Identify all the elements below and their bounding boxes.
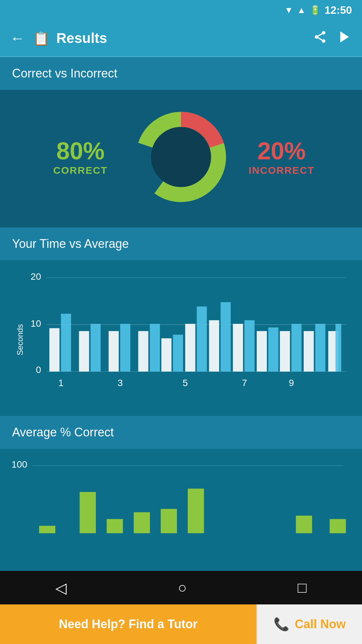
svg-rect-46 bbox=[39, 526, 55, 533]
svg-text:7: 7 bbox=[242, 378, 247, 388]
svg-rect-48 bbox=[107, 519, 123, 533]
time-vs-average-header: Your Time vs Average bbox=[0, 227, 362, 260]
donut-svg bbox=[127, 103, 235, 211]
svg-rect-25 bbox=[185, 324, 195, 372]
donut-chart bbox=[127, 103, 235, 211]
svg-text:10: 10 bbox=[31, 318, 41, 329]
app-bar-actions bbox=[313, 30, 352, 47]
nav-bar: ◁ ○ □ bbox=[0, 571, 362, 604]
incorrect-percent: 20% bbox=[248, 138, 315, 164]
svg-text:20: 20 bbox=[31, 271, 41, 282]
y-axis-label: Seconds bbox=[12, 270, 25, 409]
svg-rect-36 bbox=[315, 324, 325, 372]
back-button[interactable]: ← bbox=[10, 31, 25, 46]
nav-home-icon[interactable]: ○ bbox=[178, 579, 187, 596]
svg-point-2 bbox=[322, 39, 325, 43]
signal-icon: ▲ bbox=[297, 5, 306, 15]
svg-rect-24 bbox=[173, 335, 183, 372]
svg-rect-30 bbox=[244, 320, 254, 372]
svg-point-0 bbox=[322, 31, 325, 35]
svg-rect-21 bbox=[138, 331, 148, 372]
phone-icon: 📞 bbox=[274, 617, 289, 632]
avg-correct-section: 100 bbox=[0, 449, 362, 551]
svg-text:100: 100 bbox=[12, 459, 27, 470]
document-icon: 📋 bbox=[33, 31, 50, 46]
status-time: 12:50 bbox=[324, 4, 352, 16]
call-now-button[interactable]: 📞 Call Now bbox=[256, 604, 362, 644]
svg-text:5: 5 bbox=[183, 378, 188, 388]
svg-text:1: 1 bbox=[58, 378, 64, 388]
svg-rect-15 bbox=[49, 328, 59, 371]
incorrect-text: INCORRECT bbox=[248, 165, 315, 176]
status-icons: ▼ ▲ 🔋 12:50 bbox=[285, 4, 352, 16]
nav-recents-icon[interactable]: □ bbox=[298, 579, 307, 596]
correct-text: CORRECT bbox=[47, 165, 114, 176]
svg-rect-27 bbox=[209, 320, 219, 372]
correct-percent: 80% bbox=[47, 138, 114, 164]
avg-chart-svg: 100 bbox=[12, 459, 350, 547]
svg-text:3: 3 bbox=[118, 378, 123, 388]
time-chart-svg: 20 10 0 bbox=[25, 270, 350, 408]
call-now-label: Call Now bbox=[295, 617, 346, 631]
correct-label: 80% CORRECT bbox=[47, 138, 114, 176]
svg-rect-33 bbox=[280, 331, 290, 372]
svg-text:9: 9 bbox=[289, 378, 294, 388]
svg-rect-49 bbox=[134, 512, 150, 533]
svg-rect-50 bbox=[161, 509, 177, 533]
svg-rect-53 bbox=[330, 519, 346, 533]
svg-point-8 bbox=[151, 127, 211, 187]
find-tutor-button[interactable]: Need Help? Find a Tutor bbox=[0, 604, 256, 644]
svg-rect-52 bbox=[296, 516, 312, 533]
app-bar: ← 📋 Results bbox=[0, 20, 362, 57]
status-bar: ▼ ▲ 🔋 12:50 bbox=[0, 0, 362, 20]
time-chart-section: Seconds 20 10 0 bbox=[0, 260, 362, 416]
avg-correct-header: Average % Correct bbox=[0, 416, 362, 449]
svg-line-3 bbox=[318, 38, 322, 40]
svg-rect-28 bbox=[221, 302, 231, 372]
svg-rect-20 bbox=[120, 324, 130, 372]
svg-rect-34 bbox=[291, 324, 301, 372]
svg-rect-31 bbox=[257, 331, 267, 372]
svg-rect-22 bbox=[150, 324, 160, 372]
wifi-icon: ▼ bbox=[285, 5, 293, 15]
bar-chart-area: 20 10 0 bbox=[25, 270, 350, 409]
bar-chart-wrapper: Seconds 20 10 0 bbox=[12, 270, 350, 409]
svg-rect-32 bbox=[268, 327, 278, 371]
page-title: Results bbox=[56, 30, 313, 46]
svg-rect-38 bbox=[336, 324, 341, 372]
svg-rect-35 bbox=[304, 331, 314, 372]
svg-rect-19 bbox=[109, 331, 119, 372]
svg-rect-47 bbox=[80, 492, 96, 533]
svg-rect-51 bbox=[188, 488, 204, 533]
share-icon[interactable] bbox=[313, 30, 327, 47]
battery-icon: 🔋 bbox=[310, 5, 320, 15]
find-tutor-label: Need Help? Find a Tutor bbox=[59, 617, 197, 631]
svg-rect-17 bbox=[79, 331, 89, 372]
svg-rect-29 bbox=[233, 324, 243, 372]
donut-chart-section: 80% CORRECT 20% INCORRECT bbox=[0, 90, 362, 227]
svg-rect-26 bbox=[197, 307, 207, 372]
nav-back-icon[interactable]: ◁ bbox=[55, 579, 67, 596]
correct-vs-incorrect-header: Correct vs Incorrect bbox=[0, 57, 362, 90]
svg-text:0: 0 bbox=[36, 365, 41, 375]
incorrect-label: 20% INCORRECT bbox=[248, 138, 315, 176]
svg-rect-23 bbox=[161, 338, 171, 372]
svg-rect-16 bbox=[61, 314, 71, 371]
bookmark-icon[interactable] bbox=[337, 30, 352, 47]
bottom-action-bar: Need Help? Find a Tutor 📞 Call Now bbox=[0, 604, 362, 644]
svg-point-1 bbox=[315, 35, 318, 39]
svg-rect-18 bbox=[90, 324, 101, 372]
svg-line-4 bbox=[318, 34, 322, 36]
